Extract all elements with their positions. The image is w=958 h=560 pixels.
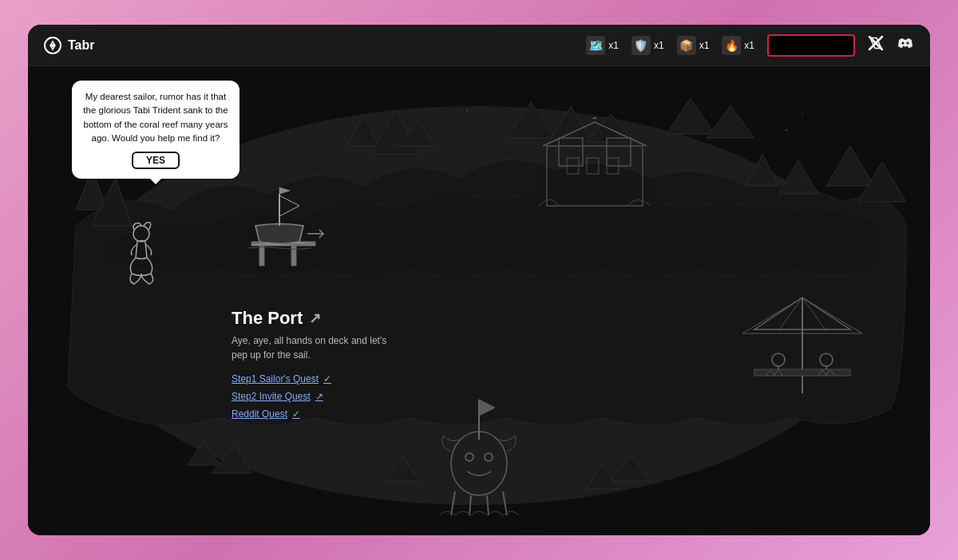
inv-count-3: x1 [699,40,710,51]
quest-label-1: Step1 Sailor's Quest [232,373,319,385]
logo-area: Tabr [44,37,94,54]
inventory-item-1: 🗺️ x1 [586,36,619,55]
inv-icon-3: 📦 [677,36,696,55]
svg-point-29 [451,432,507,495]
header-right: 🗺️ x1 🛡️ x1 📦 x1 🔥 x1 [586,34,914,57]
discord-icon[interactable] [897,35,914,55]
inv-icon-2: 🛡️ [631,36,651,55]
logo-icon [44,37,61,54]
quest-label-2: Step2 Invite Quest [232,391,311,402]
quest-item-2[interactable]: Step2 Invite Quest ↗ [232,391,391,402]
inv-count-1: x1 [608,40,619,51]
yes-button[interactable]: YES [132,152,180,169]
svg-point-9 [466,109,469,112]
castle-illustration [531,114,659,210]
svg-line-22 [802,298,826,331]
svg-line-21 [754,298,802,329]
svg-point-27 [820,353,833,366]
inv-count-4: x1 [744,40,754,51]
port-title-arrow: ↗ [309,310,321,327]
inv-icon-4: 🔥 [722,36,741,55]
quest-item-1[interactable]: Step1 Sailor's Quest ✓ [232,373,391,385]
speech-bubble: My dearest sailor, rumor has it that the… [72,81,240,179]
reddit-quest-label: Reddit Quest [232,408,287,420]
svg-rect-14 [547,146,643,206]
svg-line-23 [778,298,802,331]
logo-text: Tabr [68,38,94,53]
speech-text: My dearest sailor, rumor has it that the… [83,92,228,143]
svg-point-5 [786,129,788,132]
svg-point-1 [902,42,905,45]
main-map: My dearest sailor, rumor has it that the… [28,66,930,535]
port-title: The Port ↗ [232,308,391,329]
inv-icon-1: 🗺️ [586,36,605,55]
search-input[interactable] [767,34,855,57]
svg-rect-25 [754,369,850,376]
svg-point-2 [907,42,909,45]
header: Tabr 🗺️ x1 🛡️ x1 📦 x1 🔥 x1 [28,25,930,66]
svg-point-32 [133,226,149,242]
reddit-quest[interactable]: Reddit Quest ✓ [232,408,391,420]
port-title-text: The Port [232,308,303,329]
twitter-icon[interactable] [868,35,884,55]
svg-point-26 [772,353,785,366]
creature-illustration [423,392,535,519]
svg-point-6 [802,113,803,115]
carousel-illustration [738,290,866,409]
inventory-item-2: 🛡️ x1 [631,36,664,55]
quest-link-2: ↗ [315,391,323,402]
svg-line-20 [802,298,850,329]
inv-count-2: x1 [654,40,664,51]
port-description: Aye, aye, all hands on deck and let's pe… [232,333,391,362]
quest-check-1: ✓ [323,373,331,385]
svg-rect-11 [259,246,264,266]
inventory-item-4: 🔥 x1 [722,36,754,55]
svg-rect-12 [291,246,296,266]
port-info-panel: The Port ↗ Aye, aye, all hands on deck a… [232,308,391,420]
reddit-quest-check: ✓ [292,408,300,420]
svg-rect-18 [587,158,599,174]
ship-illustration [228,178,331,274]
main-window: Tabr 🗺️ x1 🛡️ x1 📦 x1 🔥 x1 [28,25,930,535]
svg-point-30 [465,453,473,461]
svg-point-0 [51,44,54,47]
svg-point-31 [485,453,493,461]
mermaid-character [120,222,164,295]
inventory-item-3: 📦 x1 [677,36,710,55]
